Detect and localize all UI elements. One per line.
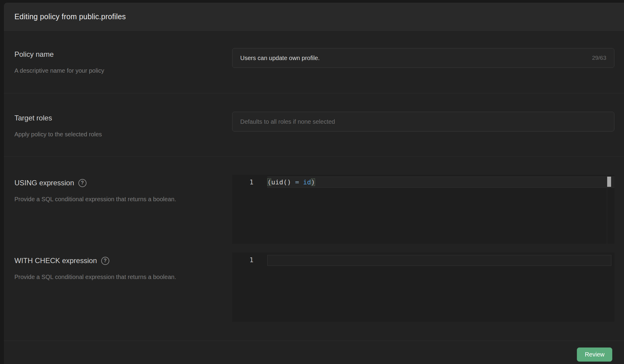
using-expression-label-line: USING expression ? xyxy=(14,178,232,187)
dialog-title: Editing policy from public.profiles xyxy=(14,12,126,21)
code-token xyxy=(299,178,303,186)
target-roles-input-shell xyxy=(232,112,614,132)
policy-name-input[interactable] xyxy=(240,55,586,62)
dialog-footer: Review xyxy=(4,341,624,364)
using-expression-code-editor[interactable]: 1 (uid() = id) xyxy=(232,175,614,244)
code-token xyxy=(291,178,295,186)
using-expression-field-group: 1 (uid() = id) xyxy=(232,175,614,244)
code-token: uid() xyxy=(271,178,291,186)
with-check-label-line: WITH CHECK expression ? xyxy=(14,256,232,265)
target-roles-description: Apply policy to the selected roles xyxy=(14,130,189,138)
target-roles-input[interactable] xyxy=(240,118,606,125)
policy-name-field-group: 29/63 xyxy=(232,48,614,68)
dialog-header: Editing policy from public.profiles xyxy=(4,3,624,31)
editor-content[interactable] xyxy=(267,253,614,322)
section-policy-name: Policy name A descriptive name for your … xyxy=(4,31,624,93)
policy-name-label: Policy name xyxy=(14,50,232,59)
with-check-label-group: WITH CHECK expression ? Provide a SQL co… xyxy=(14,253,232,281)
editor-content[interactable]: (uid() = id) xyxy=(267,175,614,244)
editor-scrollbar-track xyxy=(607,175,614,244)
code-line[interactable]: (uid() = id) xyxy=(267,177,614,188)
editor-gutter: 1 xyxy=(232,253,267,322)
using-expression-label-group: USING expression ? Provide a SQL conditi… xyxy=(14,175,232,203)
policy-name-label-group: Policy name A descriptive name for your … xyxy=(14,48,232,75)
using-expression-label: USING expression xyxy=(14,178,74,187)
section-target-roles: Target roles Apply policy to the selecte… xyxy=(4,93,624,156)
code-token: ) xyxy=(311,178,315,186)
with-check-code-editor[interactable]: 1 xyxy=(232,253,614,322)
editor-scrollbar-thumb[interactable] xyxy=(607,177,611,187)
policy-name-char-counter: 29/63 xyxy=(586,55,606,61)
code-line-empty[interactable] xyxy=(267,255,611,266)
help-icon[interactable]: ? xyxy=(78,179,86,187)
policy-editor-dialog: Editing policy from public.profiles Poli… xyxy=(4,3,624,364)
line-number: 1 xyxy=(232,177,253,188)
review-button[interactable]: Review xyxy=(577,347,612,362)
with-check-field-group: 1 xyxy=(232,253,614,322)
editor-gutter: 1 xyxy=(232,175,267,244)
section-expressions: USING expression ? Provide a SQL conditi… xyxy=(4,157,624,341)
with-check-expression-label: WITH CHECK expression xyxy=(14,256,97,265)
target-roles-label-group: Target roles Apply policy to the selecte… xyxy=(14,112,232,138)
code-token: ( xyxy=(267,178,271,186)
policy-name-input-shell: 29/63 xyxy=(232,48,614,68)
using-expression-description: Provide a SQL conditional expression tha… xyxy=(14,195,189,203)
target-roles-label: Target roles xyxy=(14,114,232,123)
code-token: = xyxy=(295,178,299,186)
line-number: 1 xyxy=(232,254,253,265)
with-check-expression-row: WITH CHECK expression ? Provide a SQL co… xyxy=(14,253,614,322)
target-roles-field-group xyxy=(232,112,614,132)
help-icon[interactable]: ? xyxy=(101,257,109,265)
with-check-expression-description: Provide a SQL conditional expression tha… xyxy=(14,273,189,281)
using-expression-row: USING expression ? Provide a SQL conditi… xyxy=(14,175,614,244)
code-token: id xyxy=(303,178,311,186)
policy-name-description: A descriptive name for your policy xyxy=(14,66,189,75)
